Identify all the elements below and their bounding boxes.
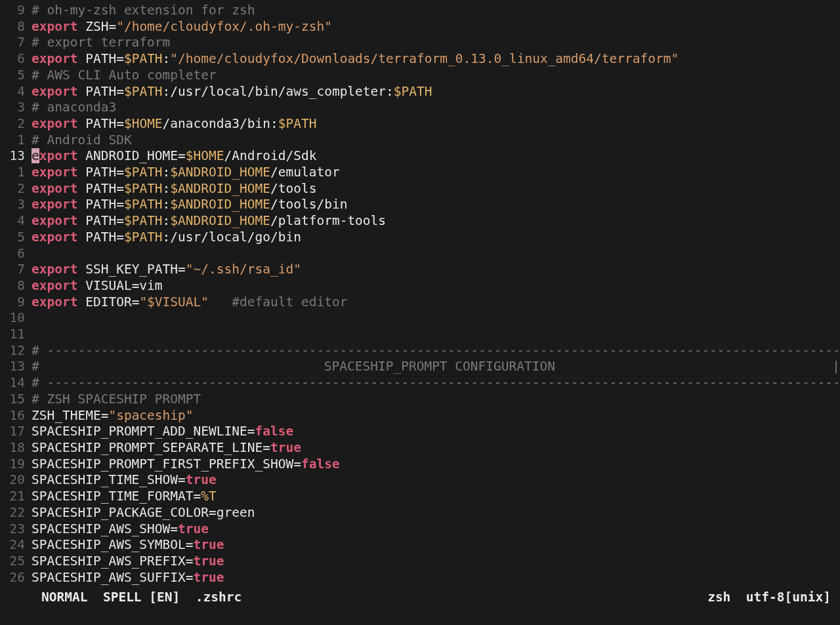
line-number: 18 (0, 440, 28, 456)
line-number: 9 (0, 294, 28, 311)
code-line: 4export PATH=$PATH:$ANDROID_HOME/platfor… (0, 213, 840, 230)
code-line: 9# oh-my-zsh extension for zsh (0, 3, 840, 19)
code-line: 7export SSH_KEY_PATH="~/.ssh/rsa_id" (0, 262, 840, 278)
code-line: 4export PATH=$PATH:/usr/local/bin/aws_co… (0, 84, 840, 100)
code-line: 13# SPACESHIP_PROMPT CONFIGURATION| (0, 359, 840, 375)
code-line: 14# (0, 375, 840, 392)
code-line: 24SPACESHIP_AWS_SYMBOL=true (0, 537, 840, 554)
code-line: 18SPACESHIP_PROMPT_SEPARATE_LINE=true (0, 440, 840, 456)
line-number: 11 (0, 327, 28, 343)
line-number: 4 (0, 213, 28, 230)
code-line: 2export PATH=$PATH:$ANDROID_HOME/tools (0, 181, 840, 197)
code-line: 21SPACESHIP_TIME_FORMAT=%T (0, 489, 840, 505)
line-number: 3 (0, 197, 28, 213)
filename: .zshrc (196, 590, 242, 605)
code-line: 6 (0, 246, 840, 262)
code-line: 8export ZSH="/home/cloudyfox/.oh-my-zsh" (0, 19, 840, 35)
line-number: 21 (0, 489, 28, 505)
line-number: 1 (0, 132, 28, 149)
line-number: 6 (0, 246, 28, 262)
code-line: 7# export terraform (0, 35, 840, 51)
line-number: 2 (0, 116, 28, 132)
line-number-current: 13 (0, 148, 28, 165)
line-number: 2 (0, 181, 28, 197)
line-number: 7 (0, 35, 28, 51)
spell-indicator: SPELL [EN] (103, 590, 180, 605)
code-line: 16ZSH_THEME="spaceship" (0, 408, 840, 424)
line-number: 1 (0, 165, 28, 181)
code-line: 22SPACESHIP_PACKAGE_COLOR=green (0, 505, 840, 521)
line-number: 20 (0, 472, 28, 489)
code-line: 1export PATH=$PATH:$ANDROID_HOME/emulato… (0, 165, 840, 181)
line-number: 3 (0, 100, 28, 116)
code-line: 19SPACESHIP_PROMPT_FIRST_PREFIX_SHOW=fal… (0, 456, 840, 473)
line-number: 17 (0, 424, 28, 440)
line-number: 6 (0, 51, 28, 68)
cursor: e (32, 148, 39, 163)
editor-area[interactable]: 9# oh-my-zsh extension for zsh 8export Z… (0, 0, 840, 586)
line-number: 10 (0, 310, 28, 327)
line-number: 12 (0, 343, 28, 359)
code-line: 13export ANDROID_HOME=$HOME/Android/Sdk (0, 148, 840, 165)
line-number: 15 (0, 392, 28, 408)
line-number: 13 (0, 359, 28, 375)
code-line: 25SPACESHIP_AWS_PREFIX=true (0, 554, 840, 570)
code-line: 1# Android SDK (0, 132, 840, 149)
code-line: 5# AWS CLI Auto completer (0, 68, 840, 84)
line-number: 25 (0, 554, 28, 570)
line-number: 7 (0, 262, 28, 278)
code-line: 3export PATH=$PATH:$ANDROID_HOME/tools/b… (0, 197, 840, 213)
code-line: 11 (0, 327, 840, 343)
line-number: 8 (0, 278, 28, 294)
code-line: 23SPACESHIP_AWS_SHOW=true (0, 521, 840, 538)
line-number: 22 (0, 505, 28, 521)
line-number: 8 (0, 19, 28, 35)
encoding: utf-8[unix] (746, 590, 831, 605)
code-line: 17SPACESHIP_PROMPT_ADD_NEWLINE=false (0, 424, 840, 440)
code-line: 3# anaconda3 (0, 100, 840, 116)
code-line: 15# ZSH SPACESHIP PROMPT (0, 392, 840, 408)
code-line: 20SPACESHIP_TIME_SHOW=true (0, 472, 840, 489)
filetype: zsh (707, 590, 730, 605)
line-number: 9 (0, 3, 28, 19)
line-number: 4 (0, 84, 28, 100)
code-line: 8export VISUAL=vim (0, 278, 840, 294)
code-line: 5export PATH=$PATH:/usr/local/go/bin (0, 230, 840, 246)
line-number: 19 (0, 456, 28, 473)
line-number: 23 (0, 521, 28, 538)
line-number: 14 (0, 375, 28, 392)
status-bar: NORMAL SPELL [EN] .zshrc zsh utf-8[unix] (0, 590, 840, 606)
code-line: 2export PATH=$HOME/anaconda3/bin:$PATH (0, 116, 840, 132)
line-number: 16 (0, 408, 28, 424)
line-number: 24 (0, 537, 28, 554)
line-number: 5 (0, 230, 28, 246)
code-line: 9export EDITOR="$VISUAL" #default editor (0, 294, 840, 311)
line-number: 5 (0, 68, 28, 84)
vim-mode: NORMAL (41, 590, 87, 605)
code-line: 10 (0, 310, 840, 327)
code-line: 6export PATH=$PATH:"/home/cloudyfox/Down… (0, 51, 840, 68)
code-line: 12# (0, 343, 840, 359)
